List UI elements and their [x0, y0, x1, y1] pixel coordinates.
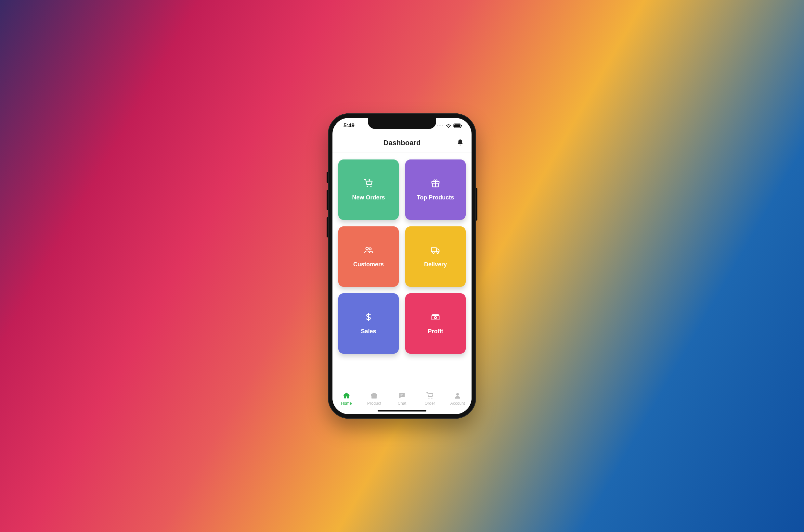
tile-profit[interactable]: Profit — [405, 293, 466, 354]
svg-point-10 — [433, 252, 434, 253]
users-icon — [364, 245, 373, 256]
tile-top-products[interactable]: Top Products — [405, 159, 466, 220]
nav-order[interactable]: Order — [418, 392, 441, 406]
money-icon — [431, 312, 440, 323]
cart-icon — [426, 392, 434, 400]
phone-side-button-right — [476, 188, 478, 221]
dashboard-content: New OrdersTop ProductsCustomersDeliveryS… — [333, 152, 471, 389]
svg-point-19 — [431, 398, 432, 399]
nav-label: Chat — [398, 401, 406, 406]
tile-label: Customers — [353, 261, 384, 268]
notifications-button[interactable] — [455, 137, 465, 148]
app-header: Dashboard — [333, 133, 471, 152]
nav-label: Order — [425, 401, 435, 406]
svg-rect-1 — [454, 125, 460, 127]
home-icon — [342, 392, 350, 400]
tile-sales[interactable]: Sales — [338, 293, 399, 354]
nav-product[interactable]: Product — [363, 392, 386, 406]
home-indicator[interactable] — [378, 410, 426, 412]
status-right — [437, 124, 463, 128]
svg-point-7 — [366, 247, 369, 250]
svg-point-8 — [369, 248, 371, 250]
page-title: Dashboard — [384, 139, 421, 147]
bell-icon — [456, 142, 464, 147]
dollar-icon — [364, 312, 373, 323]
tile-label: Sales — [361, 328, 376, 335]
svg-rect-12 — [432, 316, 440, 320]
wifi-icon — [446, 124, 451, 128]
svg-point-11 — [437, 252, 438, 253]
nav-label: Product — [367, 401, 381, 406]
tile-label: New Orders — [352, 194, 385, 201]
svg-point-18 — [428, 398, 429, 399]
nav-chat[interactable]: Chat — [391, 392, 413, 406]
truck-icon — [431, 245, 440, 256]
nav-account[interactable]: Account — [446, 392, 469, 406]
svg-rect-9 — [432, 248, 436, 252]
svg-rect-2 — [461, 125, 462, 127]
svg-point-4 — [371, 186, 372, 187]
nav-label: Home — [341, 401, 352, 406]
phone-side-buttons-left — [326, 172, 328, 245]
nav-label: Account — [450, 401, 465, 406]
tile-label: Top Products — [417, 194, 454, 201]
svg-point-3 — [367, 186, 368, 187]
svg-point-13 — [434, 317, 437, 319]
screen: 5:49 — [333, 118, 471, 414]
svg-rect-16 — [400, 394, 403, 395]
battery-icon — [453, 124, 463, 128]
chat-icon — [398, 392, 406, 400]
tile-customers[interactable]: Customers — [338, 226, 399, 287]
nav-home[interactable]: Home — [335, 392, 358, 406]
gift-small-icon — [370, 392, 378, 400]
account-icon — [454, 392, 462, 400]
svg-point-20 — [456, 393, 459, 395]
cellular-dots-icon — [437, 126, 443, 126]
tile-label: Delivery — [424, 261, 447, 268]
svg-rect-17 — [400, 395, 402, 396]
phone-frame: 5:49 — [328, 113, 476, 419]
tile-delivery[interactable]: Delivery — [405, 226, 466, 287]
gift-icon — [431, 178, 440, 190]
tile-new-orders[interactable]: New Orders — [338, 159, 399, 220]
notch — [368, 118, 436, 129]
status-time: 5:49 — [343, 122, 355, 129]
tile-grid: New OrdersTop ProductsCustomersDeliveryS… — [338, 159, 466, 354]
cart-plus-icon — [364, 178, 373, 190]
tile-label: Profit — [428, 328, 443, 335]
